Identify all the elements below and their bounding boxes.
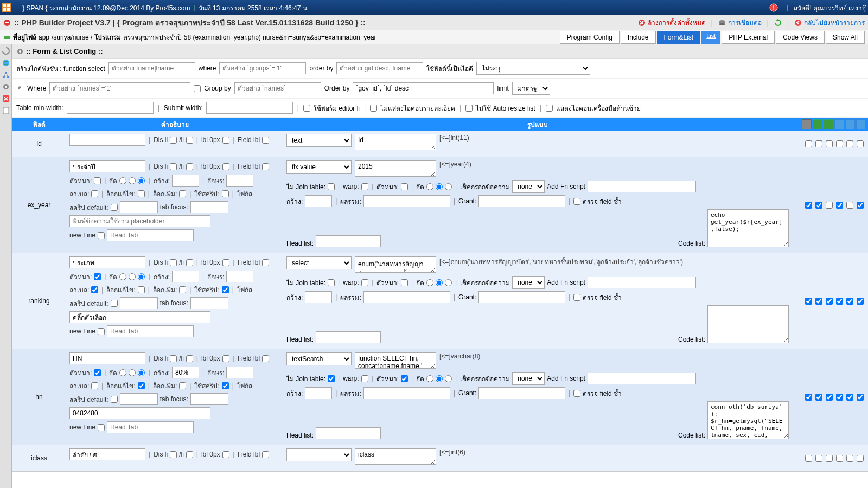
checkinput-select[interactable]: none bbox=[512, 180, 545, 193]
chars-input[interactable] bbox=[226, 367, 253, 378]
side-delete-icon[interactable] bbox=[2, 94, 10, 103]
row-check-0[interactable] bbox=[805, 455, 812, 462]
header-doc-icon[interactable] bbox=[856, 119, 866, 129]
lockedit-check[interactable] bbox=[138, 286, 145, 293]
fn-select-input[interactable] bbox=[108, 62, 195, 74]
align2-center-radio[interactable] bbox=[436, 183, 443, 190]
chars-input[interactable] bbox=[226, 271, 253, 282]
width-input[interactable] bbox=[172, 271, 199, 282]
row-check-0[interactable] bbox=[805, 298, 812, 305]
lefttool-check[interactable] bbox=[546, 105, 553, 112]
row-check-4[interactable] bbox=[846, 140, 853, 147]
back-icon[interactable] bbox=[794, 19, 802, 27]
orderby2-input[interactable] bbox=[353, 82, 494, 94]
newline-check[interactable] bbox=[98, 424, 105, 431]
disli-check[interactable] bbox=[170, 163, 177, 170]
field-textarea[interactable]: Id bbox=[355, 134, 436, 150]
field-textarea[interactable]: iclass bbox=[355, 448, 436, 465]
bold-check[interactable] bbox=[94, 273, 101, 280]
checkinput-select[interactable]: none bbox=[512, 276, 545, 289]
tab-form-list[interactable]: Form&List bbox=[657, 31, 701, 44]
desc-input[interactable] bbox=[69, 448, 145, 460]
back-link[interactable]: กลับไปยังหน้ารายการ bbox=[804, 17, 865, 28]
db-icon[interactable] bbox=[718, 19, 726, 27]
where-input[interactable] bbox=[219, 62, 306, 74]
sum-input[interactable] bbox=[363, 195, 450, 207]
row-check-1[interactable] bbox=[815, 394, 822, 401]
placeholder-input[interactable] bbox=[69, 215, 210, 227]
row-check-2[interactable] bbox=[826, 298, 833, 305]
lbl0-check[interactable] bbox=[222, 355, 229, 362]
checkdup-check[interactable] bbox=[573, 198, 580, 205]
align2-center-radio[interactable] bbox=[436, 279, 443, 286]
warp-check[interactable] bbox=[361, 375, 368, 382]
nojoin-check[interactable] bbox=[328, 183, 335, 190]
scriptdef-input[interactable] bbox=[120, 393, 158, 405]
newline-check[interactable] bbox=[98, 328, 105, 335]
desc-input[interactable] bbox=[69, 134, 145, 146]
row-check-5[interactable] bbox=[857, 202, 864, 209]
bold-check[interactable] bbox=[94, 177, 101, 184]
header-tool-icon[interactable] bbox=[802, 119, 812, 129]
header-add-icon[interactable] bbox=[813, 119, 822, 129]
row-check-3[interactable] bbox=[836, 455, 843, 462]
row-check-2[interactable] bbox=[826, 202, 833, 209]
field-textarea[interactable]: 2015 bbox=[355, 160, 436, 177]
align-left-radio[interactable] bbox=[119, 273, 126, 280]
align2-right-radio[interactable] bbox=[445, 375, 452, 382]
fieldlbl-check[interactable] bbox=[262, 355, 269, 362]
where2-input[interactable] bbox=[49, 82, 190, 94]
type-select[interactable]: select bbox=[286, 256, 352, 269]
lockadd-check[interactable] bbox=[179, 190, 186, 197]
label-check[interactable] bbox=[91, 190, 98, 197]
row-check-1[interactable] bbox=[815, 298, 822, 305]
row-check-2[interactable] bbox=[826, 140, 833, 147]
row-check-4[interactable] bbox=[846, 202, 853, 209]
sum-input[interactable] bbox=[363, 387, 450, 399]
row-check-5[interactable] bbox=[857, 455, 864, 462]
clear-config-link[interactable]: ล้างการตั้งค่าทั้งหมด bbox=[648, 17, 706, 28]
type-select[interactable]: text bbox=[286, 134, 352, 147]
chars-input[interactable] bbox=[226, 175, 253, 187]
align-center-radio[interactable] bbox=[129, 273, 136, 280]
desc-input[interactable] bbox=[69, 160, 145, 172]
align2-right-radio[interactable] bbox=[445, 279, 452, 286]
field-textarea[interactable]: enum('นายทหารสัญญาบัตร','นายทหารชั้น bbox=[355, 256, 436, 273]
row-check-2[interactable] bbox=[826, 394, 833, 401]
width2-input[interactable] bbox=[305, 387, 332, 399]
tabfocus-input[interactable] bbox=[190, 201, 228, 213]
field-textarea[interactable]: function SELECT hn, concat(pname,fname,' bbox=[355, 352, 436, 369]
sum-input[interactable] bbox=[363, 291, 450, 303]
align-left-radio[interactable] bbox=[119, 369, 126, 376]
orderby-input[interactable] bbox=[336, 62, 423, 74]
row-check-2[interactable] bbox=[826, 455, 833, 462]
header-edit-icon[interactable] bbox=[824, 119, 833, 129]
grant-input[interactable] bbox=[478, 387, 565, 399]
lbl0-check[interactable] bbox=[222, 259, 229, 266]
bold2-check[interactable] bbox=[401, 375, 408, 382]
lockedit-check[interactable] bbox=[138, 382, 145, 389]
desc-input[interactable] bbox=[69, 352, 145, 364]
row-check-1[interactable] bbox=[815, 202, 822, 209]
fieldlbl-check[interactable] bbox=[262, 163, 269, 170]
nojoin-check[interactable] bbox=[328, 279, 335, 286]
alert-icon[interactable]: ! bbox=[769, 3, 778, 12]
row-check-1[interactable] bbox=[815, 455, 822, 462]
autoresize-check[interactable] bbox=[465, 105, 473, 112]
connection-link[interactable]: การเชื่อมต่อ bbox=[728, 17, 762, 28]
li-check[interactable] bbox=[186, 451, 193, 458]
lbl0-check[interactable] bbox=[222, 163, 229, 170]
headlist-input[interactable] bbox=[316, 331, 381, 343]
stop-icon[interactable] bbox=[3, 19, 11, 27]
width2-input[interactable] bbox=[305, 195, 332, 207]
codelist-textarea[interactable] bbox=[707, 305, 789, 343]
label-check[interactable] bbox=[91, 382, 98, 389]
header-list-icon[interactable] bbox=[834, 119, 844, 129]
lbl0-check[interactable] bbox=[222, 451, 229, 458]
align2-center-radio[interactable] bbox=[436, 375, 443, 382]
script-check[interactable] bbox=[222, 286, 229, 293]
editor-li-check[interactable] bbox=[303, 105, 310, 112]
checkdup-check[interactable] bbox=[573, 390, 580, 397]
tab-php-external[interactable]: PHP External bbox=[722, 31, 775, 44]
lbl0-check[interactable] bbox=[222, 137, 229, 144]
